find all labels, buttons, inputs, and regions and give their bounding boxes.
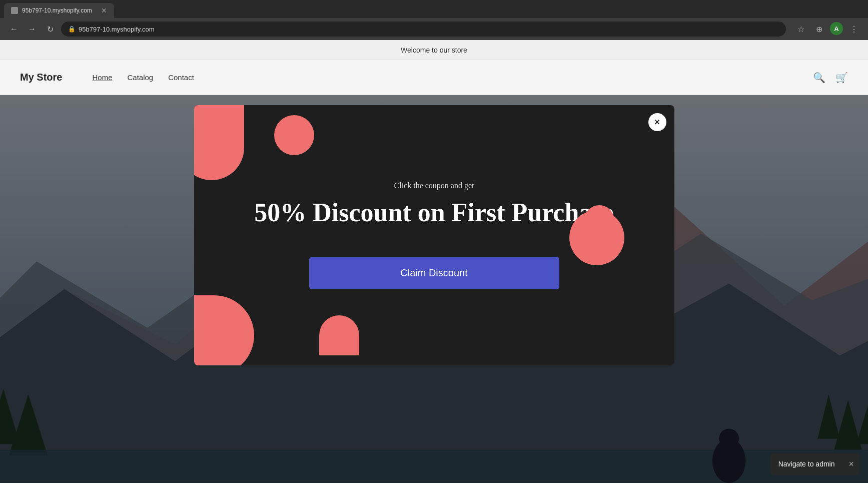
- menu-icon[interactable]: ⋮: [847, 22, 861, 36]
- announcement-bar: Welcome to our store: [0, 40, 868, 60]
- header-icons: 🔍 🛒: [813, 72, 848, 84]
- profile-button[interactable]: A: [830, 22, 843, 35]
- extensions-icon[interactable]: ⊕: [812, 22, 826, 36]
- bookmark-icon[interactable]: ☆: [794, 22, 808, 36]
- modal-overlay: × Click the coupon and get 50% Discount …: [0, 95, 868, 483]
- modal-subtitle: Click the coupon and get: [394, 181, 474, 190]
- decorative-circle-4: [569, 210, 624, 265]
- modal-title: 50% Discount on First Purchase: [254, 198, 613, 227]
- discount-modal: × Click the coupon and get 50% Discount …: [194, 105, 674, 365]
- search-icon[interactable]: 🔍: [813, 72, 825, 84]
- lock-icon: 🔒: [68, 26, 76, 33]
- nav-catalog[interactable]: Catalog: [127, 73, 153, 82]
- modal-close-button[interactable]: ×: [648, 113, 666, 131]
- cart-icon[interactable]: 🛒: [835, 72, 848, 84]
- store-header: My Store Home Catalog Contact 🔍 🛒: [0, 60, 868, 95]
- claim-discount-button[interactable]: Claim Discount: [309, 257, 559, 289]
- store-logo[interactable]: My Store: [20, 72, 62, 83]
- nav-home[interactable]: Home: [92, 73, 112, 82]
- url-bar[interactable]: 🔒 95b797-10.myshopify.com: [61, 22, 786, 37]
- announcement-text: Welcome to our store: [401, 46, 467, 54]
- store-page: Welcome to our store My Store Home Catal…: [0, 40, 868, 483]
- forward-button[interactable]: →: [25, 22, 39, 36]
- nav-contact[interactable]: Contact: [168, 73, 194, 82]
- tab-title: 95b797-10.myshopify.com: [22, 7, 92, 14]
- decorative-circle-1: [194, 105, 244, 180]
- tab-favicon: [11, 7, 18, 14]
- browser-chrome: 95b797-10.myshopify.com ✕ ← → ↻ 🔒 95b797…: [0, 0, 868, 40]
- tab-bar: 95b797-10.myshopify.com ✕: [0, 0, 868, 18]
- decorative-circle-6: [319, 315, 359, 355]
- admin-bar-close-button[interactable]: ×: [842, 453, 860, 475]
- page-content: × Click the coupon and get 50% Discount …: [0, 95, 868, 483]
- browser-tab[interactable]: 95b797-10.myshopify.com ✕: [4, 3, 114, 18]
- store-nav: Home Catalog Contact: [92, 73, 813, 82]
- admin-bar: Navigate to admin ×: [770, 453, 860, 475]
- reload-button[interactable]: ↻: [43, 22, 57, 36]
- admin-bar-label[interactable]: Navigate to admin: [770, 460, 843, 468]
- tab-close-icon[interactable]: ✕: [101, 7, 107, 15]
- decorative-circle-2: [274, 115, 314, 155]
- url-text: 95b797-10.myshopify.com: [79, 26, 155, 33]
- browser-right-icons: ☆ ⊕ A ⋮: [794, 22, 861, 36]
- browser-toolbar: ← → ↻ 🔒 95b797-10.myshopify.com ☆ ⊕ A ⋮: [0, 18, 868, 40]
- decorative-circle-5: [194, 295, 254, 365]
- back-button[interactable]: ←: [7, 22, 21, 36]
